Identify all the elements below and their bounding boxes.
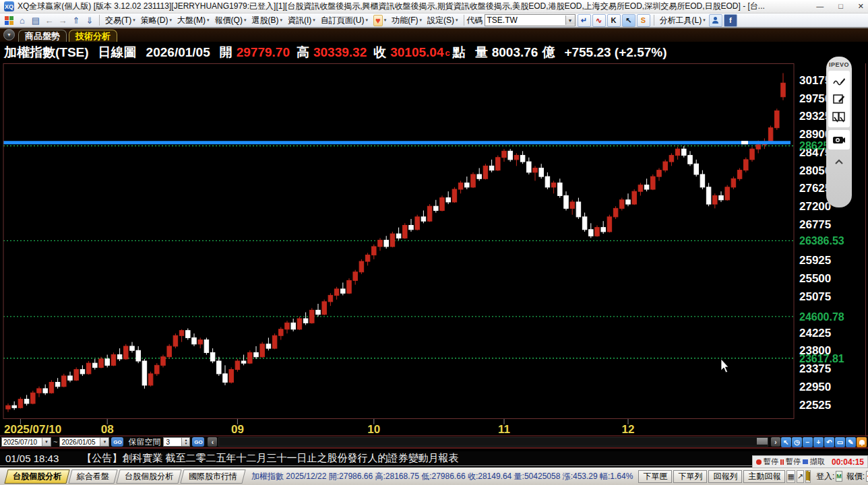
- k-chart-icon[interactable]: K: [607, 14, 621, 27]
- tab-active[interactable]: 技術分析: [69, 30, 117, 42]
- facebook-icon[interactable]: f: [724, 14, 737, 27]
- menu-item[interactable]: 報價(Q)▾: [212, 13, 249, 27]
- divider: [654, 15, 654, 26]
- mouse-cursor: [720, 358, 731, 375]
- line-handle[interactable]: [741, 141, 748, 144]
- candle-body: [558, 183, 563, 196]
- login-status-icon[interactable]: M: [836, 471, 842, 482]
- candle-body: [744, 160, 749, 170]
- record-icon[interactable]: [756, 459, 762, 465]
- scrollbar-thumb[interactable]: [757, 438, 768, 445]
- record-pause-label[interactable]: 暫停: [764, 457, 778, 467]
- menu-item[interactable]: 交易(T)▾: [102, 13, 138, 27]
- menu-item[interactable]: 資訊(I)▾: [285, 13, 318, 27]
- menu-label: 功能(F): [392, 15, 418, 26]
- menu-item[interactable]: 選股(B)▾: [249, 13, 285, 27]
- alert-bell-icon[interactable]: [857, 437, 867, 447]
- chevron-down-icon[interactable]: ▼: [100, 438, 108, 446]
- camera-icon[interactable]: [832, 135, 846, 145]
- chevron-down-icon[interactable]: ▼: [565, 15, 575, 25]
- back-icon[interactable]: ←: [43, 15, 55, 26]
- zoom-in-icon[interactable]: +: [813, 437, 824, 447]
- period-label[interactable]: 日線圖: [98, 44, 137, 61]
- select-arrow-icon[interactable]: ↖: [781, 437, 791, 447]
- note-pen-icon[interactable]: [832, 93, 846, 105]
- tab-inactive[interactable]: 商品盤勢: [18, 30, 67, 42]
- script-icon[interactable]: S: [637, 14, 650, 27]
- y-axis-label: 25925: [799, 254, 831, 267]
- menu-item[interactable]: 策略(D)▾: [138, 13, 175, 27]
- enter-icon[interactable]: ↵: [578, 14, 591, 27]
- workspace-tab[interactable]: 國際股市行情: [180, 470, 245, 484]
- volume-label: 量: [475, 44, 488, 61]
- chevron-down-icon[interactable]: ▼: [42, 438, 51, 446]
- zoom-out-icon[interactable]: −: [803, 437, 813, 447]
- keep-space-stepper[interactable]: 3▲▼: [163, 437, 190, 447]
- order-button[interactable]: 下單列: [673, 470, 707, 483]
- up-chevrons-icon[interactable]: ⇑: [70, 15, 82, 26]
- scroll-left-button[interactable]: ‹: [208, 437, 217, 447]
- y-axis-label: 25500: [799, 272, 831, 285]
- menu-analysis-tools[interactable]: 分析工具(L)▾: [657, 13, 708, 27]
- frame-icon[interactable]: ▭: [835, 437, 845, 447]
- candle-body: [440, 198, 445, 211]
- date-to-input[interactable]: 2026/01/05▼: [59, 437, 109, 447]
- lock-icon[interactable]: [805, 470, 811, 483]
- order-button[interactable]: 下單匣: [638, 470, 672, 483]
- draw-tool-icon[interactable]: ✎: [846, 437, 856, 447]
- go-button[interactable]: GO: [192, 437, 204, 447]
- menu-item[interactable]: 大盤(M)▾: [175, 13, 212, 27]
- keep-space-value: 3: [166, 439, 170, 446]
- app-grid-icon[interactable]: [3, 15, 15, 26]
- clock-icon[interactable]: ◷: [792, 437, 802, 447]
- go-button[interactable]: GO: [111, 437, 123, 447]
- tab-menu-button[interactable]: ▼: [3, 29, 15, 40]
- workspace-tab[interactable]: 台股個股分析: [116, 470, 181, 484]
- workspace-tab[interactable]: 台股個股分析: [4, 470, 69, 484]
- order-button[interactable]: 回報列: [708, 470, 742, 483]
- capture-label[interactable]: 擷取: [810, 457, 825, 467]
- multi-note-pen-icon[interactable]: [832, 111, 846, 123]
- close-button[interactable]: ✕: [858, 2, 864, 11]
- minimize-button[interactable]: —: [816, 2, 824, 11]
- scribble-pen-icon[interactable]: [832, 75, 846, 87]
- menu-item[interactable]: 設定(S)▾: [425, 13, 461, 27]
- workspace-tab[interactable]: 綜合看盤: [68, 470, 117, 484]
- restore-button[interactable]: □: [838, 2, 843, 11]
- symbol-code-input[interactable]: TSE.TW▼: [485, 14, 576, 26]
- candle-body: [589, 230, 594, 236]
- calculator-icon[interactable]: ▦: [786, 470, 795, 483]
- menu-item[interactable]: ♥▾: [371, 13, 389, 27]
- candle-body: [204, 340, 209, 353]
- undo-icon[interactable]: ↶: [824, 437, 834, 447]
- user-icon[interactable]: [709, 14, 722, 27]
- order-button[interactable]: 主動回報: [743, 470, 785, 483]
- capture-icon[interactable]: [803, 459, 808, 464]
- down-chevrons-icon[interactable]: ⇓: [84, 15, 96, 26]
- candlestick-chart[interactable]: 3017529750293252890028475280502762527200…: [0, 63, 868, 437]
- menu-item[interactable]: 功能(F)▾: [389, 13, 425, 27]
- collapse-chevron-icon[interactable]: [834, 150, 844, 167]
- forward-icon[interactable]: →: [57, 15, 69, 26]
- stepper-arrows-icon[interactable]: ▲▼: [181, 438, 189, 446]
- candle-body: [527, 162, 532, 172]
- date-to-value: 2026/01/05: [61, 439, 95, 446]
- pause-label[interactable]: 暫停: [786, 457, 801, 467]
- date-from-input[interactable]: 2025/07/10▼: [1, 437, 51, 447]
- page-icon[interactable]: ▤: [30, 15, 42, 26]
- home-icon[interactable]: ⌂: [16, 15, 28, 26]
- pause-icon[interactable]: [780, 459, 784, 465]
- news-ticker[interactable]: 01/05 18:43 【公告】創科實業 截至二零二五年十二月三十一日止之股份發…: [0, 451, 868, 466]
- workspace-tab-label: 台股個股分析: [13, 470, 61, 483]
- menu-item[interactable]: 自訂頁面(U)▾: [318, 13, 371, 27]
- candle-body: [756, 145, 761, 149]
- candle-body: [657, 170, 662, 176]
- chart-scrollbar[interactable]: [218, 437, 768, 447]
- scroll-right-button[interactable]: ›: [771, 437, 780, 447]
- cursor-mode-icon[interactable]: ↖: [622, 14, 636, 27]
- candle-body: [136, 350, 141, 361]
- popout-icon[interactable]: ↗: [797, 470, 804, 483]
- candle-body: [217, 361, 222, 374]
- change-value: +755.23 (+2.57%): [564, 45, 666, 60]
- line-chart-icon[interactable]: ∿: [592, 14, 606, 27]
